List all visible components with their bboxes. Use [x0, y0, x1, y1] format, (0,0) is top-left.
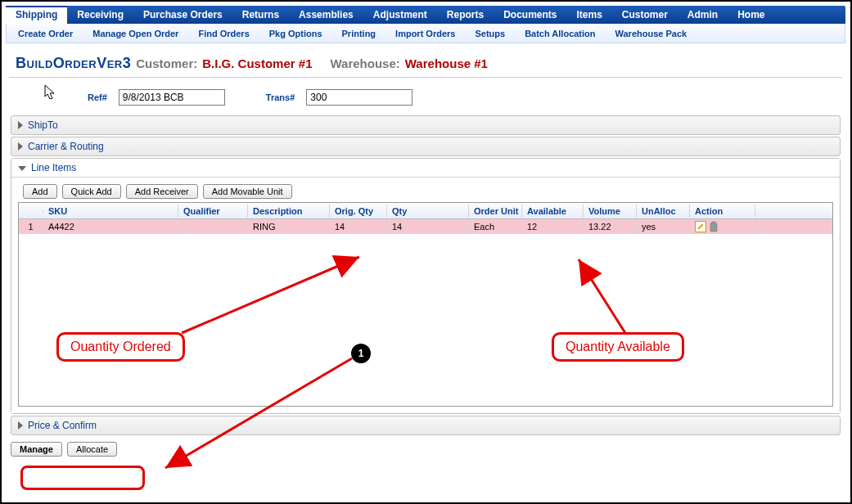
trans-label: Trans#	[266, 92, 295, 102]
section-carrier: Carrier & Routing	[11, 137, 841, 156]
cell-action	[690, 219, 755, 234]
bottom-button-bar: Manage Allocate	[6, 437, 845, 461]
customer-value: B.I.G. Customer #1	[202, 56, 312, 70]
cell-available: 12	[522, 220, 584, 233]
annotation-badge-1: 1	[351, 344, 371, 363]
cell-orig-qty: 14	[330, 220, 387, 233]
col-action: Action	[690, 205, 755, 218]
annotation-qty-ordered: Ouantity Ordered	[56, 332, 185, 362]
annotation-qty-available: Quantity Available	[552, 332, 684, 362]
chevron-down-icon	[18, 166, 26, 171]
section-shipto-label: ShipTo	[28, 119, 58, 131]
nav-reports[interactable]: Reports	[437, 6, 494, 24]
cell-qty: 14	[387, 220, 469, 233]
nav-items[interactable]: Items	[566, 6, 611, 24]
section-price-confirm-label: Price & Confirm	[28, 420, 97, 431]
subnav-find-orders[interactable]: Find Orders	[188, 25, 259, 42]
grid-header-row: SKU Qualifier Description Orig. Qty Qty …	[19, 203, 832, 219]
section-price-confirm: Price & Confirm	[11, 416, 841, 435]
section-shipto: ShipTo	[11, 115, 841, 135]
section-line-items-header[interactable]: Line Items	[11, 159, 840, 177]
subnav-warehouse-pack[interactable]: Warehouse Pack	[606, 25, 697, 42]
section-line-items-label: Line Items	[31, 162, 76, 173]
subnav-printing[interactable]: Printing	[332, 25, 386, 42]
cell-unalloc: yes	[637, 220, 690, 233]
cell-num: 1	[19, 220, 43, 233]
section-line-items: Line Items Add Quick Add Add Receiver Ad…	[11, 158, 841, 414]
cell-volume: 13.22	[584, 220, 637, 233]
col-description[interactable]: Description	[248, 205, 330, 218]
main-nav: Shipping Receiving Purchase Orders Retur…	[6, 6, 845, 24]
warehouse-value: Warehouse #1	[405, 56, 488, 70]
order-ids-row: Ref# Trans#	[6, 78, 845, 114]
allocate-button[interactable]: Allocate	[67, 442, 117, 457]
chevron-right-icon	[18, 142, 23, 151]
col-num	[19, 209, 43, 213]
subnav-import-orders[interactable]: Import Orders	[385, 25, 465, 42]
subnav-batch-allocation[interactable]: Batch Allocation	[515, 25, 605, 42]
edit-icon[interactable]	[695, 221, 706, 232]
trans-input[interactable]	[306, 89, 412, 106]
col-order-unit[interactable]: Order Unit	[469, 205, 522, 218]
add-receiver-button[interactable]: Add Receiver	[126, 184, 198, 199]
col-qty[interactable]: Qty	[387, 205, 469, 218]
subnav-setups[interactable]: Setups	[465, 25, 515, 42]
section-carrier-header[interactable]: Carrier & Routing	[11, 137, 840, 155]
col-available[interactable]: Available	[522, 205, 584, 218]
quick-add-button[interactable]: Quick Add	[62, 184, 121, 199]
cell-order-unit: Each	[469, 220, 522, 233]
section-shipto-header[interactable]: ShipTo	[11, 116, 840, 134]
ref-input[interactable]	[119, 89, 225, 106]
section-price-confirm-header[interactable]: Price & Confirm	[11, 416, 840, 434]
annotation-manage-highlight	[20, 466, 145, 490]
col-volume[interactable]: Volume	[584, 205, 637, 218]
col-unalloc[interactable]: UnAlloc	[637, 205, 690, 218]
nav-receiving[interactable]: Receiving	[67, 6, 133, 24]
nav-purchase-orders[interactable]: Purchase Orders	[133, 6, 232, 24]
nav-admin[interactable]: Admin	[678, 6, 728, 24]
delete-icon[interactable]	[708, 221, 719, 232]
col-sku[interactable]: SKU	[43, 205, 178, 218]
col-orig-qty[interactable]: Orig. Qty	[330, 205, 387, 218]
line-items-grid: SKU Qualifier Description Orig. Qty Qty …	[18, 202, 833, 407]
table-row[interactable]: 1 A4422 RING 14 14 Each 12 13.22 yes	[19, 219, 832, 234]
sub-nav: Create Order Manage Open Order Find Orde…	[6, 24, 845, 43]
add-button[interactable]: Add	[23, 184, 57, 199]
warehouse-label: Warehouse:	[330, 56, 399, 70]
section-carrier-label: Carrier & Routing	[28, 141, 104, 152]
manage-button[interactable]: Manage	[11, 442, 62, 457]
nav-documents[interactable]: Documents	[494, 6, 566, 24]
section-line-items-body: Add Quick Add Add Receiver Add Movable U…	[11, 177, 840, 413]
add-movable-unit-button[interactable]: Add Movable Unit	[203, 184, 292, 199]
nav-shipping[interactable]: Shipping	[6, 6, 67, 24]
nav-adjustment[interactable]: Adjustment	[363, 6, 437, 24]
cell-qualifier	[178, 225, 248, 228]
nav-customer[interactable]: Customer	[612, 6, 678, 24]
page-header: BuildOrderVer3 Customer: B.I.G. Customer…	[9, 47, 842, 78]
nav-home[interactable]: Home	[728, 6, 774, 24]
ref-label: Ref#	[88, 92, 107, 102]
cell-description: RING	[248, 220, 330, 233]
subnav-create-order[interactable]: Create Order	[8, 25, 83, 42]
nav-returns[interactable]: Returns	[232, 6, 289, 24]
subnav-manage-open-order[interactable]: Manage Open Order	[83, 25, 188, 42]
cell-sku: A4422	[43, 220, 178, 233]
chevron-right-icon	[18, 121, 23, 129]
subnav-pkg-options[interactable]: Pkg Options	[259, 25, 332, 42]
customer-label: Customer:	[136, 56, 197, 70]
nav-assemblies[interactable]: Assemblies	[289, 6, 363, 24]
chevron-right-icon	[18, 421, 23, 430]
col-qualifier[interactable]: Qualifier	[178, 205, 248, 218]
page-title: BuildOrderVer3	[16, 55, 131, 72]
